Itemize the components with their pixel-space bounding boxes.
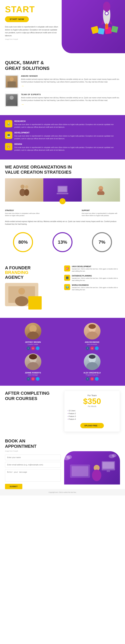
book-illustration-area (64, 454, 120, 488)
hero-description: Duis aute irure dolor in reprehenderit i… (5, 26, 60, 37)
team-member-jeffrey: JEFFREY BROWN Creative Leader f ◎ 🐦 (5, 323, 61, 350)
ann-facebook[interactable]: f (86, 346, 89, 350)
ann-instagram[interactable]: ◎ (90, 346, 94, 350)
advise-image-people (5, 178, 43, 202)
svg-rect-17 (58, 186, 67, 192)
database-service: 🗄️ DATABASE PLANNING Sample text. Click … (64, 275, 120, 282)
pricing-right: For Team $350 Per Month 15 Users Feature… (64, 391, 120, 432)
team-text: TEAM OF EXPERTS Article evident arrived … (21, 94, 120, 106)
email-input[interactable] (5, 462, 61, 468)
uiux-text: Sample text. Click to select the text bo… (72, 268, 120, 272)
svg-point-14 (25, 185, 28, 188)
svg-rect-21 (99, 189, 102, 192)
alex-twitter[interactable]: 🐦 (95, 377, 99, 381)
hero-content: START START NOW Duis aute irure dolor in… (5, 5, 120, 40)
support-text-block: SUPPORT Duis aute irure dolor in reprehe… (82, 206, 120, 217)
uiux-icon: 🎯 (64, 266, 70, 272)
support-text: Duis aute irure dolor in reprehenderit i… (82, 212, 120, 217)
founder-section: A FOUNDERBRANDINGAGENCY 🎯 UI/UX DEVELOPM… (0, 260, 125, 318)
design-icon: 🎨 (5, 143, 12, 150)
founder-image (5, 283, 38, 306)
svg-point-45 (66, 455, 72, 459)
quick-section: QUICK, SMART &GREAT SOLUTIONS AWARD WINN… (0, 53, 125, 115)
award-person-photo (6, 76, 18, 88)
svg-point-33 (29, 354, 37, 360)
strategy-text-block: STRATEGY Duis aute irure dolore in volup… (5, 206, 43, 217)
strategy-text: Duis aute irure dolore in voluptatem vel… (5, 212, 43, 217)
middle-space (43, 206, 82, 217)
pricing-card: For Team $350 Per Month 15 Users Feature… (64, 391, 120, 432)
jennie-social: f ◎ 🐦 (5, 377, 61, 381)
award-text: AWARD WINNER Article evident arrived exp… (21, 75, 120, 88)
name-input[interactable] (5, 454, 61, 460)
team-person-photo (6, 94, 18, 106)
jeffrey-twitter[interactable]: 🐦 (36, 346, 40, 350)
alex-instagram[interactable]: ◎ (90, 377, 94, 381)
pricing-section: AFTER COMPLETINGOUR COURSES For Team $35… (0, 386, 125, 437)
footer-text: Copyright text. Click to select the text… (5, 492, 120, 493)
book-bottom: SUBMIT (5, 454, 120, 489)
book-title: BOOK ANAPPOINTMENT (5, 438, 120, 449)
book-section: BOOK ANAPPOINTMENT Image from Freepik SU… (0, 437, 125, 489)
svg-rect-42 (102, 462, 114, 469)
start-now-button[interactable]: START NOW (5, 16, 29, 22)
jeffrey-facebook[interactable]: f (27, 346, 30, 350)
database-text: Sample text. Click to select the text bo… (72, 277, 120, 282)
uiux-service: 🎯 UI/UX DEVELOPMENT Sample text. Click t… (64, 266, 120, 272)
team-section: JEFFREY BROWN Creative Leader f ◎ 🐦 (0, 318, 125, 386)
database-title: DATABASE PLANNING (72, 275, 120, 277)
purple-cards-section: 🔬 RESEARCH Duis aute irure dolor in repr… (0, 115, 125, 160)
svg-point-47 (112, 454, 116, 457)
ann-twitter[interactable]: 🐦 (95, 346, 99, 350)
svg-point-36 (89, 355, 95, 359)
research-icon: 🔬 (5, 120, 12, 128)
svg-point-24 (18, 288, 25, 294)
research-card: 🔬 RESEARCH Duis aute irure dolor in repr… (5, 120, 120, 128)
advise-section: WE ADVISE ORGANIZATIONS INVALUE CREATION… (0, 160, 125, 260)
svg-point-26 (29, 325, 37, 332)
pricing-left: AFTER COMPLETINGOUR COURSES (5, 391, 61, 403)
founder-yellow-accent (28, 296, 42, 310)
world-service: 🌍 WORLD BUSINESS Sample text. Click to s… (64, 284, 120, 291)
alex-photo (84, 354, 100, 370)
team-arrow-icon: → (21, 103, 120, 106)
hero-image-credit: Image from Freepik (5, 38, 120, 40)
submit-button[interactable]: SUBMIT (5, 484, 22, 489)
svg-point-29 (86, 332, 98, 340)
feature-4: Feature 4 (68, 418, 116, 421)
ann-photo (84, 323, 100, 340)
hero-section: START START NOW Duis aute irure dolor in… (0, 0, 125, 53)
stat-circle-2: 13% (53, 232, 72, 252)
development-title: DEVELOPMENT (14, 132, 120, 134)
svg-point-30 (88, 324, 96, 329)
jeffrey-instagram[interactable]: ◎ (31, 346, 35, 350)
alex-facebook[interactable]: f (86, 377, 89, 381)
development-card: 💻 DEVELOPMENT Duis aute irure dolor in r… (5, 132, 120, 140)
team-experts-block: TEAM OF EXPERTS Article evident arrived … (5, 94, 120, 107)
ann-name: ANN RICHMOND (64, 341, 120, 343)
development-text: Duis aute irure dolor in reprehenderit i… (14, 135, 120, 140)
jeffrey-photo (25, 323, 41, 340)
svg-point-27 (27, 332, 39, 340)
team-member-jennie: JENNIE ROBERTS Sales Manager f ◎ 🐦 (5, 354, 61, 381)
team-description: Article evident arrived express highest … (21, 96, 120, 102)
upload-free-button[interactable]: Upload Free → (80, 423, 104, 428)
team-member-alex: ALEX GREENFIELD Programming Guru f ◎ 🐦 (64, 354, 120, 381)
svg-point-35 (86, 362, 98, 370)
strategy-label: STRATEGY (5, 210, 43, 212)
message-input[interactable] (5, 469, 61, 482)
svg-point-32 (27, 362, 39, 370)
svg-point-40 (92, 470, 101, 481)
jennie-name: JENNIE ROBERTS (5, 372, 61, 374)
alex-role: Programming Guru (64, 374, 120, 376)
jennie-instagram[interactable]: ◎ (31, 377, 35, 381)
jennie-facebook[interactable]: f (27, 377, 30, 381)
feature-2: Feature 2 (68, 412, 116, 415)
jennie-twitter[interactable]: 🐦 (36, 377, 40, 381)
jennie-role: Sales Manager (5, 374, 61, 376)
pricing-price: $350 (68, 397, 116, 405)
pricing-features-list: 15 Users Feature 2 Feature 3 Feature 4 (68, 409, 116, 421)
advise-image-laptop: ⚡ (43, 178, 82, 202)
jeffrey-social: f ◎ 🐦 (5, 346, 61, 350)
svg-point-15 (24, 189, 29, 196)
